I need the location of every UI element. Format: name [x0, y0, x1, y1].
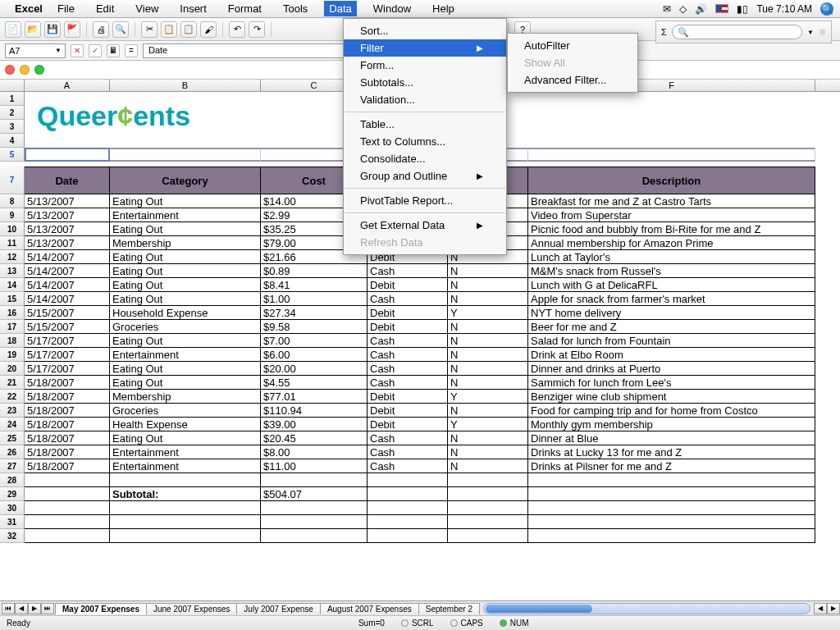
cell-subtotal-value[interactable] — [261, 515, 368, 529]
cell-method[interactable]: Debit — [368, 306, 448, 320]
cell-recurring[interactable]: N — [448, 362, 528, 376]
flag-icon[interactable] — [715, 4, 728, 13]
cell-date[interactable]: 5/14/2007 — [25, 278, 110, 292]
save-button[interactable]: 💾 — [44, 21, 61, 38]
cell-date[interactable]: 5/13/2007 — [25, 222, 110, 236]
row-header[interactable]: 16 — [0, 306, 25, 320]
menu-advanced-filter[interactable]: Advanced Filter... — [508, 71, 637, 89]
row-header[interactable]: 21 — [0, 376, 25, 390]
cell-method[interactable]: Debit — [368, 320, 448, 334]
cell-cost[interactable]: $11.00 — [261, 459, 368, 473]
menu-table[interactable]: Table... — [344, 116, 506, 133]
search-input[interactable]: 🔍 — [672, 25, 802, 39]
row-header[interactable]: 30 — [0, 501, 25, 515]
cell-category[interactable]: Eating Out — [110, 376, 261, 390]
cell[interactable] — [528, 501, 815, 515]
cell-category[interactable]: Entertainment — [110, 348, 261, 362]
cell-category[interactable]: Eating Out — [110, 292, 261, 306]
cell-method[interactable]: Debit — [368, 278, 448, 292]
tab-next-button[interactable]: ▶ — [28, 603, 41, 614]
cell-recurring[interactable]: N — [448, 445, 528, 459]
menu-window[interactable]: Window — [368, 1, 416, 16]
cell-category[interactable]: Entertainment — [110, 208, 261, 222]
menu-form[interactable]: Form... — [344, 57, 506, 74]
row-header-7[interactable]: 7 — [0, 167, 25, 194]
menu-external-data[interactable]: Get External Data▶ — [344, 217, 506, 234]
menu-autofilter[interactable]: AutoFilter — [508, 37, 637, 54]
cell[interactable] — [448, 501, 528, 515]
cell-cost[interactable]: $110.94 — [261, 404, 368, 418]
tab-may[interactable]: May 2007 Expenses — [55, 603, 147, 614]
new-button[interactable]: 📄 — [5, 21, 21, 38]
cell[interactable] — [368, 515, 448, 529]
cell[interactable] — [448, 473, 528, 487]
cell-recurring[interactable]: Y — [448, 390, 528, 404]
cell-description[interactable]: Lunch with G at DelicaRFL — [528, 278, 815, 292]
cell-b5[interactable] — [110, 148, 261, 162]
cell-description[interactable]: Monthly gym membership — [528, 418, 815, 431]
menu-help[interactable]: Help — [427, 1, 459, 16]
open-button[interactable]: 📂 — [25, 21, 41, 38]
cell-description[interactable]: Lunch at Taylor's — [528, 250, 815, 264]
row-header[interactable]: 22 — [0, 390, 25, 404]
cell-date[interactable]: 5/14/2007 — [25, 292, 110, 306]
cell-date[interactable]: 5/17/2007 — [25, 334, 110, 348]
menu-format[interactable]: Format — [223, 1, 267, 16]
cell-method[interactable]: Cash — [368, 376, 448, 390]
close-window-button[interactable] — [5, 65, 15, 75]
cell-date[interactable]: 5/14/2007 — [25, 250, 110, 264]
row-header[interactable]: 19 — [0, 348, 25, 362]
cell-method[interactable]: Cash — [368, 431, 448, 445]
menu-filter[interactable]: Filter▶ — [344, 39, 506, 57]
calculator-icon[interactable]: 🖩 — [107, 44, 120, 57]
paste-button[interactable]: 📋 — [180, 21, 197, 38]
cell-description[interactable]: Salad for lunch from Fountain — [528, 334, 815, 348]
cell-date[interactable]: 5/18/2007 — [25, 390, 110, 404]
cell-date[interactable]: 5/18/2007 — [25, 431, 110, 445]
cell-category[interactable]: Membership — [110, 236, 261, 250]
cell-date[interactable]: 5/17/2007 — [25, 362, 110, 376]
cell-cost[interactable]: $8.00 — [261, 445, 368, 459]
cell-description[interactable]: Food for camping trip and for home from … — [528, 404, 815, 418]
cell-method[interactable]: Cash — [368, 334, 448, 348]
cell-category[interactable]: Entertainment — [110, 459, 261, 473]
minimize-window-button[interactable] — [20, 65, 30, 75]
cell-recurring[interactable]: N — [448, 278, 528, 292]
cell-date[interactable]: 5/13/2007 — [25, 194, 110, 208]
spotlight-icon[interactable]: 🔍 — [820, 2, 833, 16]
cell-cost[interactable]: $0.89 — [261, 264, 368, 278]
cell-subtotal-label[interactable] — [110, 515, 261, 529]
cell-category[interactable]: Health Expense — [110, 418, 261, 431]
cell-recurring[interactable]: N — [448, 404, 528, 418]
row-header[interactable]: 20 — [0, 362, 25, 376]
menu-tools[interactable]: Tools — [278, 1, 313, 16]
flag-button[interactable]: 🚩 — [64, 21, 80, 38]
cell[interactable] — [528, 473, 815, 487]
scroll-right-button[interactable]: ▶ — [827, 603, 840, 614]
cell-cost[interactable]: $1.00 — [261, 292, 368, 306]
cell-category[interactable]: Entertainment — [110, 445, 261, 459]
tab-july[interactable]: July 2007 Expense — [236, 603, 321, 614]
cell[interactable] — [25, 501, 110, 515]
menu-sort[interactable]: Sort... — [344, 22, 506, 39]
clock[interactable]: Tue 7:10 AM — [756, 3, 812, 15]
cell-subtotal-label[interactable] — [110, 473, 261, 487]
cell-description[interactable]: Picnic food and bubbly from Bi-Rite for … — [528, 222, 815, 236]
cell-cost[interactable]: $4.55 — [261, 376, 368, 390]
cell-category[interactable]: Groceries — [110, 404, 261, 418]
cell-recurring[interactable]: N — [448, 459, 528, 473]
header-category[interactable]: Category — [110, 167, 261, 194]
cell-date[interactable]: 5/18/2007 — [25, 418, 110, 431]
col-header-a[interactable]: A — [25, 80, 110, 91]
row-header[interactable]: 13 — [0, 264, 25, 278]
cell-category[interactable]: Eating Out — [110, 222, 261, 236]
menu-validation[interactable]: Validation... — [344, 91, 506, 108]
cell-date[interactable]: 5/15/2007 — [25, 306, 110, 320]
cell-category[interactable]: Eating Out — [110, 250, 261, 264]
format-painter-button[interactable]: 🖌 — [200, 21, 217, 38]
menu-file[interactable]: File — [52, 1, 80, 16]
cell-subtotal-label[interactable] — [110, 501, 261, 515]
cell-date[interactable]: 5/17/2007 — [25, 348, 110, 362]
cell-date[interactable]: 5/13/2007 — [25, 208, 110, 222]
cell-subtotal-value[interactable] — [261, 529, 368, 543]
